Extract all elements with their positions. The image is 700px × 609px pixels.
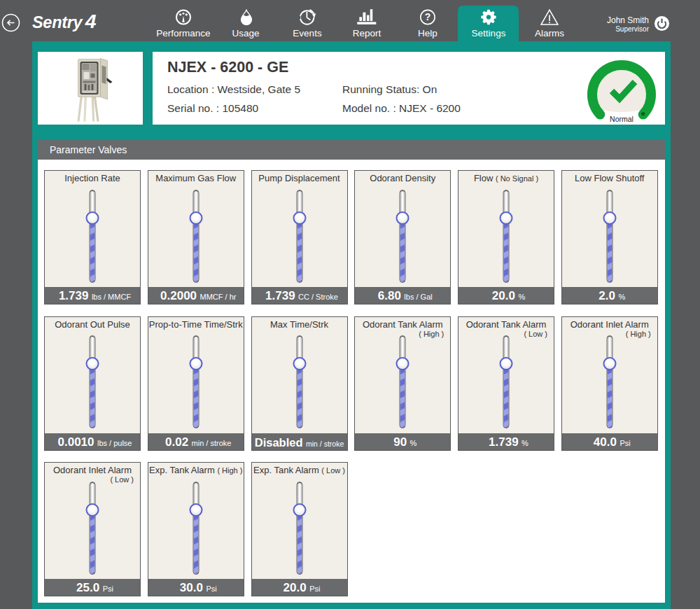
svg-text:Normal: Normal: [610, 115, 634, 123]
svg-text:?: ?: [425, 11, 430, 22]
